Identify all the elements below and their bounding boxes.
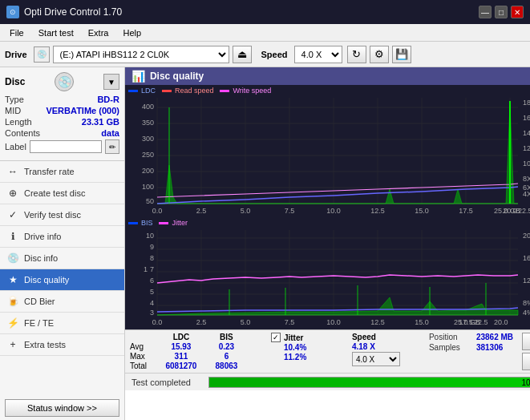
ldc-col-header: LDC: [157, 333, 205, 341]
sidebar: Disc 💿 ▼ Type BD-R MID VERBATIMe (000) L…: [0, 67, 125, 420]
disc-section: Disc 💿 ▼ Type BD-R MID VERBATIMe (000) L…: [0, 67, 124, 161]
chart-header-icon: 📊: [131, 70, 145, 83]
jitter-checkbox[interactable]: ✓: [271, 333, 281, 342]
svg-text:5: 5: [150, 288, 154, 296]
svg-text:15.0: 15.0: [415, 207, 429, 215]
nav-disc-quality[interactable]: ★ Disc quality: [0, 269, 124, 291]
length-label: Length: [5, 117, 32, 127]
samples-label: Samples: [429, 343, 473, 352]
label-edit-button[interactable]: ✏: [105, 139, 119, 154]
nav-extra-tests[interactable]: + Extra tests: [0, 334, 124, 356]
svg-text:5.0: 5.0: [241, 207, 251, 215]
app-title: Opti Drive Control 1.70: [24, 6, 122, 18]
top-chart: LDC Read speed Write speed: [125, 85, 530, 217]
minimize-button[interactable]: —: [479, 6, 492, 18]
speed-select-stats[interactable]: 4.0 X: [352, 352, 400, 366]
svg-text:12.5: 12.5: [370, 318, 385, 326]
nav-cd-bier-label: CD Bier: [24, 297, 55, 306]
chart-title: Disc quality: [150, 71, 204, 82]
disc-type-row: Type BD-R: [5, 95, 119, 104]
speed-select[interactable]: 4.0 X: [294, 46, 342, 63]
title-bar: ⊙ Opti Drive Control 1.70 — □ ✕: [0, 0, 530, 24]
svg-text:17.5: 17.5: [459, 207, 473, 215]
total-bis-val: 88063: [208, 361, 245, 370]
nav-cd-bier[interactable]: 🍺 CD Bier: [0, 291, 124, 313]
avg-speed-val: 4.18 X: [352, 342, 375, 351]
close-button[interactable]: ✕: [511, 6, 524, 18]
disc-length-row: Length 23.31 GB: [5, 117, 119, 127]
disc-icon: 💿: [55, 72, 74, 91]
nav-create-test-disc[interactable]: ⊕ Create test disc: [0, 183, 124, 204]
svg-text:2.5: 2.5: [196, 207, 207, 215]
nav-verify-test-disc[interactable]: ✓ Verify test disc: [0, 204, 124, 226]
drive-label: Drive: [5, 50, 27, 59]
cd-bier-icon: 🍺: [6, 295, 19, 308]
svg-text:4%: 4%: [523, 309, 530, 317]
drive-select[interactable]: (E:) ATAPI iHBS112 2 CL0K: [53, 46, 229, 63]
write-speed-legend-label: Write speed: [233, 87, 271, 95]
label-input[interactable]: [30, 140, 102, 153]
bottom-strip: Test completed 100.0% 33:14: [125, 373, 530, 390]
transfer-rate-icon: ↔: [6, 165, 19, 178]
mid-value: VERBATIMe (000): [46, 106, 119, 115]
svg-text:8: 8: [150, 254, 154, 262]
settings-button[interactable]: ⚙: [370, 46, 389, 63]
position-val: 23862 MB: [476, 333, 513, 341]
chart-header: 📊 Disc quality: [125, 67, 530, 85]
refresh-button[interactable]: ↻: [347, 46, 366, 63]
svg-text:2.5: 2.5: [196, 318, 207, 326]
menu-file[interactable]: File: [3, 26, 30, 39]
nav-disc-info[interactable]: 💿 Disc info: [0, 248, 124, 269]
avg-ldc-val: 15.93: [157, 342, 205, 351]
max-ldc-val: 311: [157, 352, 205, 361]
drive-info-icon: ℹ: [6, 230, 19, 243]
status-window-button[interactable]: Status window >>: [5, 399, 119, 417]
content-area: 📊 Disc quality LDC Read speed Write spee…: [125, 67, 530, 420]
svg-text:7: 7: [150, 265, 154, 273]
start-full-button[interactable]: Start full: [522, 333, 530, 350]
nav-transfer-rate-label: Transfer rate: [24, 167, 75, 176]
drive-icon: 💿: [34, 46, 50, 63]
disc-option-button[interactable]: ▼: [103, 74, 119, 90]
nav-fe-te[interactable]: ⚡ FE / TE: [0, 313, 124, 334]
start-part-button[interactable]: Start part: [522, 353, 530, 370]
progress-text: 100.0%: [521, 378, 530, 389]
bottom-chart: BIS Jitter: [125, 217, 530, 329]
svg-text:300: 300: [142, 135, 154, 143]
nav-transfer-rate[interactable]: ↔ Transfer rate: [0, 161, 124, 183]
nav-disc-info-label: Disc info: [24, 253, 58, 263]
menu-start-test[interactable]: Start test: [32, 26, 80, 39]
save-button[interactable]: 💾: [392, 46, 411, 63]
svg-text:7.5: 7.5: [285, 318, 295, 326]
total-row-label: Total: [130, 361, 154, 370]
menu-help[interactable]: Help: [116, 26, 148, 39]
maximize-button[interactable]: □: [495, 6, 508, 18]
samples-val: 381306: [476, 343, 503, 352]
menu-extra[interactable]: Extra: [82, 26, 115, 39]
fe-te-icon: ⚡: [6, 317, 19, 329]
svg-text:50: 50: [146, 197, 154, 205]
progress-bar-fill: [209, 378, 530, 387]
verify-test-disc-icon: ✓: [6, 208, 19, 221]
total-ldc-val: 6081270: [157, 361, 205, 370]
eject-button[interactable]: ⏏: [233, 46, 252, 63]
top-chart-svg: 400 350 300 250 200 100 50 18X 16X 14X 1…: [125, 85, 530, 217]
svg-text:9: 9: [150, 243, 154, 251]
bis-col-header: BIS: [208, 333, 245, 341]
nav-verify-test-disc-label: Verify test disc: [24, 210, 81, 220]
drive-toolbar: Drive 💿 (E:) ATAPI iHBS112 2 CL0K ⏏ Spee…: [0, 42, 530, 67]
mid-label: MID: [5, 106, 21, 115]
nav-extra-tests-label: Extra tests: [24, 340, 66, 349]
bottom-chart-svg: 10 9 8 7 6 5 4 3 1 20% 16% 12% 8% 4% 0.0…: [125, 217, 530, 329]
svg-text:250: 250: [142, 151, 154, 159]
stats-bar: LDC BIS Avg 15.93 0.23 Max 311 6 Total 6…: [125, 329, 530, 373]
avg-jitter-val: 10.4%: [271, 343, 347, 352]
jitter-col-header: Jitter: [284, 333, 303, 342]
menu-bar: File Start test Extra Help: [0, 24, 530, 42]
nav-drive-info[interactable]: ℹ Drive info: [0, 226, 124, 248]
svg-text:10.0: 10.0: [326, 207, 341, 215]
svg-text:25.0 GB: 25.0 GB: [454, 318, 480, 326]
disc-section-title: Disc: [5, 76, 25, 87]
svg-text:20.0: 20.0: [494, 318, 508, 326]
svg-text:14X: 14X: [523, 129, 530, 137]
